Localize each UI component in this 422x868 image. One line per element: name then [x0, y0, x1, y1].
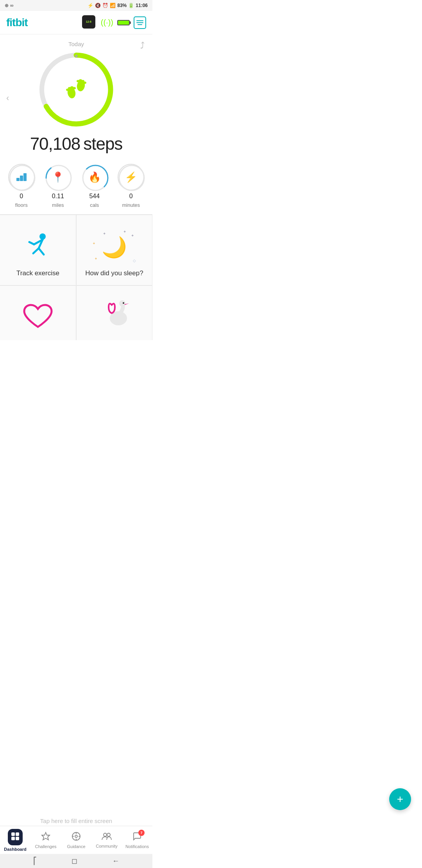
steps-footprints-icon [61, 74, 92, 106]
sleep-illustration: 🌙 ✦ ✦ ✦ + + ◇ [91, 230, 138, 265]
status-left-icons: ⊕ ∞ [5, 3, 14, 8]
share-button[interactable]: ⤴ [140, 41, 145, 51]
steps-ring[interactable]: ★ [37, 50, 115, 129]
battery-percent: 83% [117, 3, 127, 8]
menu-line-3 [138, 24, 142, 25]
volume-icon: 🔇 [95, 3, 101, 8]
exercise-card-label: Track exercise [16, 269, 59, 277]
status-icon-2: ∞ [10, 3, 14, 8]
minutes-circle: ⚡ [118, 164, 144, 190]
exercise-icon [22, 232, 54, 265]
watch-icon[interactable]: 12:6 [82, 15, 97, 30]
device-signal-icon: ((·)) [101, 18, 113, 27]
sleep-card[interactable]: 🌙 ✦ ✦ ✦ + + ◇ How did you sleep? [76, 215, 152, 285]
time-display: 11:06 [136, 3, 148, 8]
minutes-label: minutes [122, 202, 140, 208]
cards-grid: Track exercise 🌙 ✦ ✦ ✦ + + ◇ How did you… [0, 215, 152, 340]
fitbit-logo: fitbit [6, 16, 28, 29]
star-icon-3: ✦ [123, 230, 126, 234]
metrics-row: 0 floors 📍 0.11 miles 🔥 [0, 158, 152, 215]
star-icon-2: ✦ [131, 233, 134, 238]
heart-rate-card[interactable] [0, 285, 76, 340]
status-bar: ⊕ ∞ ⚡ 🔇 ⏰ 📶 83% 🔋 11:06 [0, 0, 152, 11]
svg-point-12 [10, 165, 35, 190]
menu-line-2 [136, 22, 143, 23]
watch-display: 12:6 [82, 15, 95, 29]
star-icon-5: + [93, 241, 95, 246]
share-icon: ⤴ [140, 41, 145, 50]
cals-value: 544 [89, 193, 100, 200]
heart-icon [22, 303, 54, 332]
water-illustration [97, 299, 132, 332]
water-card[interactable] [76, 285, 152, 340]
cals-circle: 🔥 [81, 164, 108, 190]
signal-icon: 📶 [110, 3, 116, 8]
device-battery-icon [117, 20, 130, 25]
steps-count: 70,108 [30, 134, 80, 154]
app-bar-actions: 12:6 ((·)) [82, 15, 146, 30]
star-icon-6: ◇ [133, 258, 136, 263]
miles-label: miles [52, 202, 64, 208]
metric-minutes[interactable]: ⚡ 0 minutes [118, 164, 144, 208]
star-icon-4: + [95, 256, 97, 261]
alarm-icon: ⏰ [102, 3, 108, 8]
menu-button[interactable] [134, 16, 146, 29]
moon-icon: 🌙 [102, 235, 127, 259]
battery-icon: 🔋 [128, 3, 134, 8]
svg-point-20 [119, 165, 144, 190]
goal-star-icon: ★ [74, 53, 79, 59]
sleep-card-label: How did you sleep? [85, 269, 143, 277]
metric-floors[interactable]: 0 floors [8, 164, 35, 208]
steps-display: 70,108 steps [30, 134, 123, 154]
steps-unit: steps [83, 134, 122, 154]
main-content: Today ⤴ ‹ ★ [0, 34, 152, 340]
svg-line-26 [29, 242, 34, 244]
minutes-value: 0 [129, 193, 133, 200]
miles-circle: 📍 [45, 164, 71, 190]
back-button[interactable]: ‹ [6, 93, 9, 103]
svg-line-24 [39, 248, 44, 255]
bluetooth-icon: ⚡ [88, 3, 93, 8]
cals-label: cals [90, 202, 99, 208]
today-section: Today ⤴ ‹ ★ [0, 34, 152, 158]
star-icon-1: ✦ [103, 231, 106, 236]
chevron-left-icon: ‹ [6, 93, 9, 103]
floors-value: 0 [20, 193, 23, 200]
svg-line-23 [33, 248, 39, 253]
metric-cals[interactable]: 🔥 544 cals [81, 164, 108, 208]
metric-miles[interactable]: 📍 0.11 miles [45, 164, 71, 208]
menu-line-1 [136, 20, 143, 21]
status-right-info: ⚡ 🔇 ⏰ 📶 83% 🔋 11:06 [88, 3, 148, 8]
svg-point-28 [119, 300, 125, 307]
floors-label: floors [15, 202, 28, 208]
floors-circle [8, 164, 35, 190]
app-bar: fitbit 12:6 ((·)) [0, 11, 152, 34]
track-exercise-card[interactable]: Track exercise [0, 215, 76, 285]
miles-value: 0.11 [52, 193, 64, 200]
today-label: Today [68, 41, 84, 47]
svg-point-29 [123, 302, 124, 304]
status-icon-1: ⊕ [5, 3, 9, 8]
